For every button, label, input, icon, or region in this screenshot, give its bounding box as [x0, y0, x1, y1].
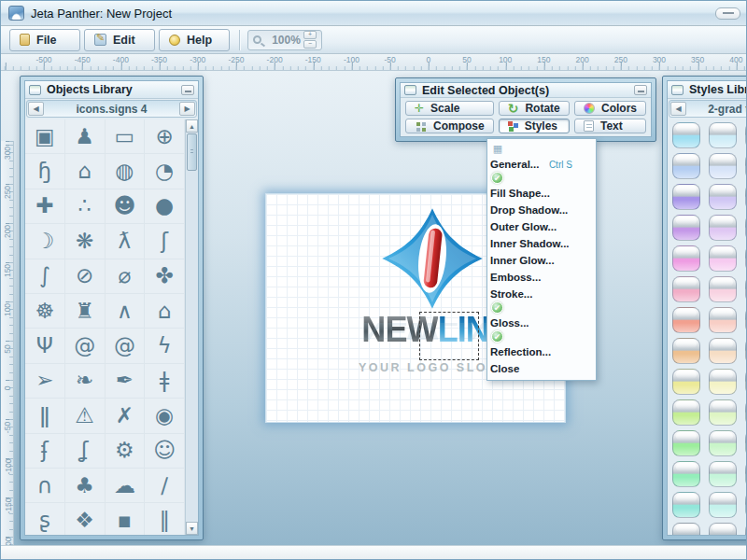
text-button[interactable]: Text — [574, 119, 646, 133]
selection-marquee[interactable] — [419, 312, 479, 360]
style-swatch[interactable] — [709, 122, 737, 148]
styles-swatch-grid — [668, 119, 747, 535]
compose-icon — [416, 122, 420, 126]
scrollbar-thumb[interactable] — [187, 133, 197, 171]
ruler-label: -50 — [1, 408, 14, 447]
zoom-decrease-button[interactable]: − — [303, 40, 317, 49]
menu-item-label: Reflection... — [490, 346, 551, 357]
ruler-label: -100 — [332, 55, 371, 64]
style-swatch[interactable] — [672, 245, 700, 272]
style-swatch[interactable] — [709, 338, 737, 364]
style-swatch[interactable] — [672, 276, 700, 302]
menu-item-icon: ✔ — [491, 330, 503, 343]
window-minimize-button[interactable] — [715, 7, 740, 20]
rotate-icon: ↻ — [508, 102, 519, 115]
menu-item-label: Stroke... — [490, 288, 532, 300]
ruler-label: 150 — [1, 251, 14, 290]
style-swatch[interactable] — [672, 307, 700, 333]
style-swatch[interactable] — [709, 461, 737, 487]
objects-library-title: Objects Library — [47, 83, 133, 96]
ruler-label: 150 — [525, 55, 563, 64]
previous-styles-button[interactable]: ◀ — [670, 102, 686, 116]
help-button-label: Help — [187, 34, 212, 47]
objects-scrollbar[interactable]: ▲ ▼ — [185, 119, 198, 535]
compose-button[interactable]: Compose — [405, 119, 494, 133]
edit-panel-minimize-button[interactable] — [634, 85, 647, 95]
menu-item-label: Outer Glow... — [490, 221, 557, 232]
ruler-label: 100 — [486, 55, 525, 64]
style-swatch[interactable] — [709, 430, 737, 456]
ruler-label: -150 — [294, 55, 332, 64]
style-swatch[interactable] — [672, 338, 700, 364]
app-icon — [8, 6, 24, 21]
objects-library-header[interactable]: Objects Library — [25, 81, 198, 99]
ruler-label: 250 — [601, 55, 640, 64]
toolbar-separator — [239, 30, 240, 50]
zoom-value: 100% — [269, 34, 303, 47]
styles-collection-name: 2-grad te — [687, 103, 747, 116]
colors-button[interactable]: Colors — [574, 101, 646, 116]
objects-library-minimize-button[interactable] — [181, 85, 194, 95]
ruler-label: -50 — [371, 55, 409, 64]
style-swatch[interactable] — [672, 215, 700, 241]
styles-library-title: Styles Library — [689, 83, 747, 96]
scroll-up-button[interactable]: ▲ — [186, 119, 198, 133]
scroll-down-button[interactable]: ▼ — [186, 522, 198, 535]
style-swatch[interactable] — [672, 430, 700, 456]
text-icon — [584, 120, 594, 132]
styles-collection-selector: ◀ 2-grad te — [669, 100, 747, 118]
styles-icon — [508, 121, 513, 126]
style-swatch[interactable] — [672, 184, 700, 210]
styles-button[interactable]: Styles — [499, 119, 570, 133]
menu-item-label: Close — [490, 363, 519, 374]
style-swatch[interactable] — [672, 523, 700, 535]
style-swatch[interactable] — [709, 153, 737, 179]
menu-item-icon: ▦ — [490, 143, 505, 155]
edit-panel-header[interactable]: Edit Selected Object(s) — [401, 83, 651, 98]
style-swatch[interactable] — [672, 399, 700, 426]
color-wheel-icon — [584, 103, 595, 114]
menu-item-label: Inner Glow... — [490, 255, 555, 266]
menu-item-label: Drop Shadow... — [490, 204, 568, 216]
vertical-ruler: 300250200150100500-50-100-150-200-250-30… — [1, 141, 14, 560]
ruler-label: 250 — [1, 173, 14, 212]
style-swatch[interactable] — [672, 153, 700, 179]
style-swatch[interactable] — [709, 276, 737, 302]
next-collection-button[interactable]: ▶ — [179, 102, 195, 116]
panel-icon — [404, 85, 416, 95]
edit-button[interactable]: Edit — [84, 29, 155, 51]
ruler-label: -200 — [256, 55, 294, 64]
style-swatch[interactable] — [709, 215, 737, 241]
style-swatch[interactable] — [672, 369, 700, 395]
titlebar: Jeta Panther: New Project — [1, 1, 747, 26]
file-icon — [20, 34, 30, 46]
menu-item-icon: ✔ — [491, 172, 503, 184]
style-swatch[interactable] — [709, 399, 737, 426]
style-swatch[interactable] — [672, 492, 700, 518]
style-swatch[interactable] — [672, 461, 700, 487]
file-button[interactable]: File — [9, 29, 80, 51]
logo-slogan[interactable]: YOUR LOGO SLOGAN — [359, 361, 482, 374]
style-swatch[interactable] — [672, 122, 700, 148]
style-swatch[interactable] — [709, 307, 737, 333]
scrollbar-track[interactable] — [186, 172, 198, 522]
style-swatch[interactable] — [709, 369, 737, 395]
styles-library-panel: Styles Library ◀ 2-grad te — [662, 76, 747, 540]
scale-button[interactable]: ✛ Scale — [405, 101, 494, 116]
rotate-button[interactable]: ↻ Rotate — [499, 101, 570, 116]
edit-button-label: Edit — [113, 34, 135, 47]
collection-name: icons.signs 4 — [45, 103, 178, 116]
help-button[interactable]: Help — [159, 29, 230, 51]
style-swatch[interactable] — [709, 245, 737, 272]
ruler-label: 100 — [1, 290, 14, 329]
logo-diamond-graphic[interactable] — [380, 206, 485, 311]
ruler-label: -450 — [63, 55, 102, 64]
objects-library-panel: Objects Library ◀ icons.signs 4 ▶ ▣♟▭⊕ɧ⌂… — [20, 76, 204, 540]
style-swatch[interactable] — [709, 523, 737, 535]
style-swatch[interactable] — [709, 492, 737, 518]
zoom-increase-button[interactable]: + — [303, 31, 317, 39]
previous-collection-button[interactable]: ◀ — [28, 102, 44, 116]
style-swatch[interactable] — [709, 184, 737, 210]
styles-library-header[interactable]: Styles Library — [668, 81, 747, 99]
collection-selector: ◀ icons.signs 4 ▶ — [26, 100, 197, 118]
